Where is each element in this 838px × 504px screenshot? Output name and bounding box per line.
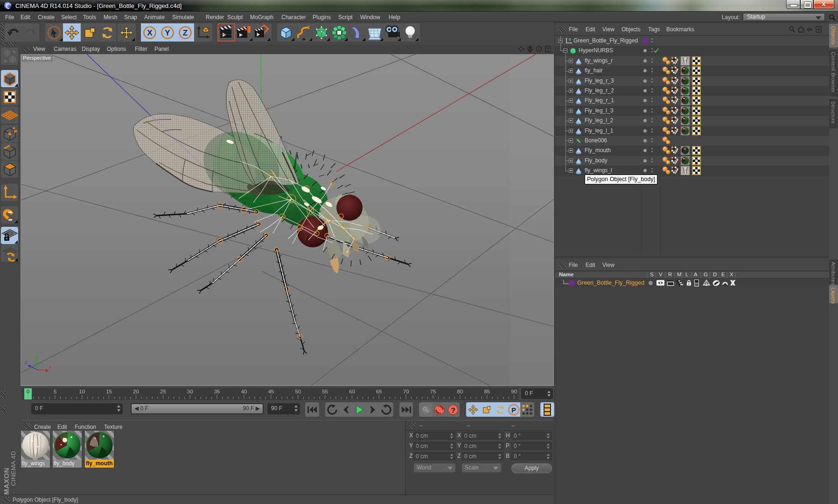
svg-text:X: X [147, 28, 153, 37]
svg-text:30: 30 [187, 389, 193, 394]
svg-text:45: 45 [268, 389, 274, 394]
svg-text:Y: Y [165, 28, 170, 37]
svg-text:40: 40 [241, 389, 247, 394]
svg-text:75: 75 [430, 389, 436, 394]
svg-text:55: 55 [322, 389, 328, 394]
svg-text:0: 0 [569, 37, 571, 42]
svg-text:65: 65 [376, 389, 382, 394]
svg-text:25: 25 [160, 389, 166, 394]
svg-text:50: 50 [295, 389, 301, 394]
svg-text:0: 0 [27, 389, 29, 394]
svg-text:P: P [511, 406, 516, 413]
svg-text:X: X [49, 365, 52, 370]
svg-text:60: 60 [349, 389, 355, 394]
svg-text:80: 80 [457, 389, 463, 394]
svg-text:Z: Z [183, 28, 188, 37]
svg-text:Y: Y [35, 351, 38, 356]
svg-text:Z: Z [25, 360, 28, 365]
svg-text:35: 35 [214, 389, 220, 394]
svg-text:90: 90 [511, 389, 517, 394]
svg-text:?: ? [451, 406, 455, 413]
svg-text:10: 10 [79, 389, 85, 394]
svg-text:15: 15 [106, 389, 112, 394]
svg-text:20: 20 [133, 389, 139, 394]
svg-text:70: 70 [403, 389, 409, 394]
svg-text:5: 5 [54, 389, 56, 394]
svg-text:85: 85 [484, 389, 490, 394]
